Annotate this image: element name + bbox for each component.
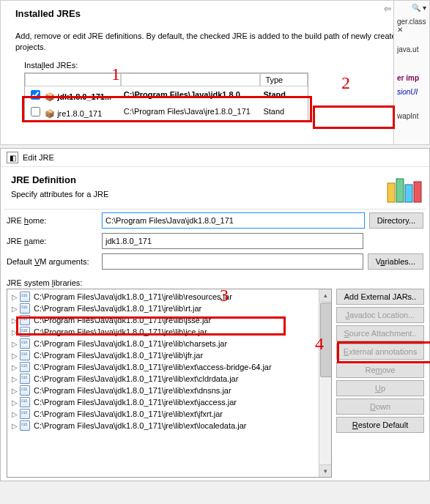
jre-name-label: JRE name:: [7, 237, 102, 245]
annotation-box-1: [22, 96, 312, 122]
installed-jres-label: Installed JREs:: [24, 61, 78, 70]
jar-icon: [19, 350, 31, 360]
annotation-num-4: 4: [315, 334, 324, 354]
expand-icon[interactable]: ▷: [10, 363, 19, 371]
expand-icon[interactable]: ▷: [10, 340, 19, 348]
jar-icon: [19, 374, 31, 384]
annotation-box-2: [313, 105, 395, 129]
editor-strip: 🔍 ▾ ger.class ✕ java.ut er imp sionUI wa…: [393, 1, 429, 144]
jre-name-input[interactable]: [102, 233, 363, 249]
add-external-jars-button[interactable]: Add External JARs..: [336, 289, 424, 305]
expand-icon[interactable]: ▷: [10, 422, 19, 430]
scrollbar[interactable]: ▴ ▾: [319, 289, 331, 477]
expand-icon[interactable]: ▷: [10, 375, 19, 383]
scroll-up-icon[interactable]: ▴: [319, 289, 331, 302]
remove-button[interactable]: Remove: [336, 362, 424, 378]
lib-path: C:\Program Files\Java\jdk1.8.0_171\jre\l…: [34, 421, 246, 430]
expand-icon[interactable]: ▷: [10, 293, 19, 301]
lib-path: C:\Program Files\Java\jdk1.8.0_171\jre\l…: [34, 304, 201, 313]
jar-icon: [19, 385, 31, 396]
up-button[interactable]: Up: [336, 380, 424, 396]
jar-icon: [19, 420, 31, 431]
back-icon[interactable]: ⇦: [384, 4, 391, 14]
col-name[interactable]: [25, 73, 121, 86]
col-type[interactable]: Type: [260, 73, 308, 86]
jar-icon: [19, 303, 31, 314]
variables-button[interactable]: Variables...: [368, 253, 423, 270]
lib-path: C:\Program Files\Java\jdk1.8.0_171\jre\l…: [34, 374, 238, 383]
lib-item[interactable]: ▷C:\Program Files\Java\jdk1.8.0_171\jre\…: [7, 408, 331, 420]
expand-icon[interactable]: ▷: [10, 352, 19, 360]
lib-item[interactable]: ▷C:\Program Files\Java\jdk1.8.0_171\jre\…: [7, 303, 331, 314]
lib-path: C:\Program Files\Java\jdk1.8.0_171\jre\l…: [34, 351, 203, 360]
annotation-box-4: [337, 341, 430, 363]
annotation-box-3: [16, 316, 286, 336]
jre-home-input[interactable]: [102, 212, 365, 229]
jar-icon: [19, 362, 31, 372]
restore-default-button[interactable]: Restore Default: [336, 417, 424, 433]
lib-item[interactable]: ▷C:\Program Files\Java\jdk1.8.0_171\jre\…: [7, 361, 331, 373]
svg-rect-1: [396, 179, 404, 202]
scroll-down-icon[interactable]: ▾: [319, 464, 331, 477]
col-location[interactable]: [121, 73, 261, 86]
page-description: Add, remove or edit JRE definitions. By …: [1, 25, 429, 61]
lib-path: C:\Program Files\Java\jdk1.8.0_171\jre\l…: [34, 398, 237, 407]
svg-rect-2: [405, 185, 412, 202]
jar-icon: [19, 409, 31, 419]
expand-icon[interactable]: ▷: [10, 410, 19, 418]
source-attachment-button[interactable]: Source Attachment..: [336, 325, 424, 341]
system-libs-label: JRE system libraries:: [7, 278, 82, 287]
annotation-num-3: 3: [220, 286, 229, 305]
jar-icon: [19, 292, 31, 302]
lib-item[interactable]: ▷C:\Program Files\Java\jdk1.8.0_171\jre\…: [7, 385, 331, 396]
svg-rect-0: [388, 183, 395, 202]
lib-item[interactable]: ▷C:\Program Files\Java\jdk1.8.0_171\jre\…: [7, 338, 331, 349]
lib-item[interactable]: ▷C:\Program Files\Java\jdk1.8.0_171\jre\…: [7, 373, 331, 385]
lib-item[interactable]: ▷C:\Program Files\Java\jdk1.8.0_171\jre\…: [7, 349, 331, 361]
down-button[interactable]: Down: [336, 399, 424, 415]
lib-item[interactable]: ▷C:\Program Files\Java\jdk1.8.0_171\jre\…: [7, 420, 331, 431]
expand-icon[interactable]: ▷: [10, 305, 19, 313]
books-icon: [385, 170, 426, 205]
javadoc-location-button[interactable]: Javadoc Location...: [336, 307, 424, 323]
jre-home-label: JRE home:: [7, 216, 102, 225]
lib-path: C:\Program Files\Java\jdk1.8.0_171\jre\l…: [34, 410, 223, 418]
jre-definition-title: JRE Definition: [1, 167, 429, 190]
lib-path: C:\Program Files\Java\jdk1.8.0_171\jre\l…: [34, 292, 232, 301]
jre-definition-sub: Specify attributes for a JRE: [1, 190, 429, 209]
lib-path: C:\Program Files\Java\jdk1.8.0_171\jre\l…: [34, 339, 227, 348]
jar-icon: [19, 397, 31, 407]
dialog-title: Edit JRE: [23, 153, 54, 162]
annotation-num-1: 1: [111, 64, 120, 84]
lib-item[interactable]: ▷C:\Program Files\Java\jdk1.8.0_171\jre\…: [7, 396, 331, 408]
lib-item[interactable]: ▷C:\Program Files\Java\jdk1.8.0_171\jre\…: [7, 291, 331, 303]
lib-path: C:\Program Files\Java\jdk1.8.0_171\jre\l…: [34, 386, 231, 395]
vm-args-input[interactable]: [102, 253, 363, 270]
directory-button[interactable]: Directory...: [369, 212, 423, 229]
vm-args-label: Default VM arguments:: [7, 257, 102, 266]
expand-icon[interactable]: ▷: [10, 387, 19, 395]
expand-icon[interactable]: ▷: [10, 399, 19, 407]
window-icon: ◧: [7, 152, 18, 163]
lib-path: C:\Program Files\Java\jdk1.8.0_171\jre\l…: [34, 363, 272, 371]
page-title: Installed JREs: [15, 8, 81, 19]
annotation-num-2: 2: [341, 73, 350, 93]
svg-rect-3: [414, 182, 421, 202]
jar-icon: [19, 338, 31, 349]
